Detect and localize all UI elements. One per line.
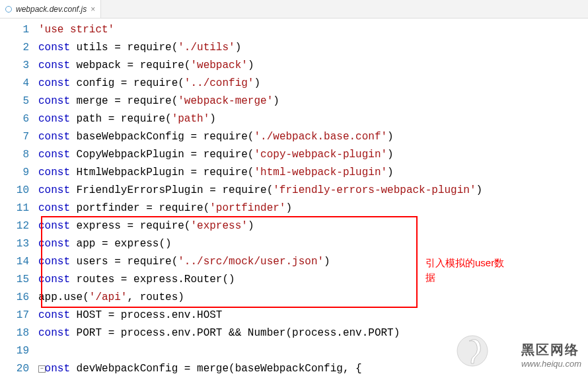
line-number: 4	[0, 75, 29, 93]
code-line[interactable]: const path = require('path')	[38, 110, 588, 128]
code-line[interactable]: 'use strict'	[38, 21, 588, 39]
line-number: 12	[0, 217, 29, 235]
line-number: 14	[0, 253, 29, 271]
watermark-url: www.heiqu.com	[521, 359, 581, 369]
line-number: 7	[0, 128, 29, 146]
watermark-brand: 黑区网络	[521, 341, 581, 359]
code-line[interactable]: const utils = require('./utils')	[38, 39, 588, 57]
tab-bar: webpack.dev.conf.js ×	[0, 0, 588, 19]
tab-filename: webpack.dev.conf.js	[16, 5, 87, 14]
line-number: 10	[0, 182, 29, 200]
code-editor[interactable]: 1234567891011121314151617181920 'use str…	[0, 19, 588, 374]
line-number-gutter: 1234567891011121314151617181920	[0, 19, 38, 374]
code-line[interactable]: const webpack = require('webpack')	[38, 57, 588, 75]
line-number: 17	[0, 307, 29, 324]
code-line[interactable]: const app = express()	[38, 235, 588, 253]
line-number: 5	[0, 93, 29, 110]
close-icon[interactable]: ×	[91, 5, 95, 14]
code-line[interactable]: const devWebpackConfig = merge(baseWebpa…	[38, 360, 588, 374]
line-number: 3	[0, 57, 29, 75]
line-number: 16	[0, 289, 29, 307]
line-number: 13	[0, 235, 29, 253]
code-line[interactable]: const config = require('../config')	[38, 75, 588, 93]
line-number: 15	[0, 271, 29, 289]
line-number: 9	[0, 164, 29, 182]
line-number: 19	[0, 342, 29, 360]
line-number: 18	[0, 324, 29, 342]
code-line[interactable]: const portfinder = require('portfinder')	[38, 200, 588, 217]
code-line[interactable]: const users = require('../src/mock/user.…	[38, 253, 588, 271]
code-line[interactable]: const baseWebpackConfig = require('./web…	[38, 128, 588, 146]
line-number: 11	[0, 200, 29, 217]
line-number: 6	[0, 110, 29, 128]
code-line[interactable]: const HtmlWebpackPlugin = require('html-…	[38, 164, 588, 182]
code-line[interactable]: const CopyWebpackPlugin = require('copy-…	[38, 146, 588, 164]
code-line[interactable]: const FriendlyErrorsPlugin = require('fr…	[38, 182, 588, 200]
line-number: 2	[0, 39, 29, 57]
code-line[interactable]: const merge = require('webpack-merge')	[38, 93, 588, 110]
code-line[interactable]: app.use('/api', routes)	[38, 289, 588, 307]
code-line[interactable]: const HOST = process.env.HOST	[38, 307, 588, 324]
code-line[interactable]: const PORT = process.env.PORT && Number(…	[38, 324, 588, 342]
line-number: 1	[0, 21, 29, 39]
file-type-icon	[5, 6, 12, 13]
code-line[interactable]	[38, 342, 588, 360]
line-number: 8	[0, 146, 29, 164]
code-line[interactable]: const routes = express.Router()	[38, 271, 588, 289]
annotation-text-line2: 据	[425, 270, 504, 285]
annotation-label: 引入模拟的user数 据	[425, 256, 504, 285]
fold-icon[interactable]: −	[38, 365, 46, 373]
code-line[interactable]: const express = require('express')	[38, 217, 588, 235]
watermark-text: 黑区网络 www.heiqu.com	[521, 341, 581, 369]
watermark-logo	[456, 334, 489, 367]
editor-tab[interactable]: webpack.dev.conf.js ×	[0, 0, 101, 18]
annotation-text-line1: 引入模拟的user数	[425, 256, 504, 270]
line-number: 20	[0, 360, 29, 374]
code-content[interactable]: 'use strict'const utils = require('./uti…	[38, 19, 588, 374]
